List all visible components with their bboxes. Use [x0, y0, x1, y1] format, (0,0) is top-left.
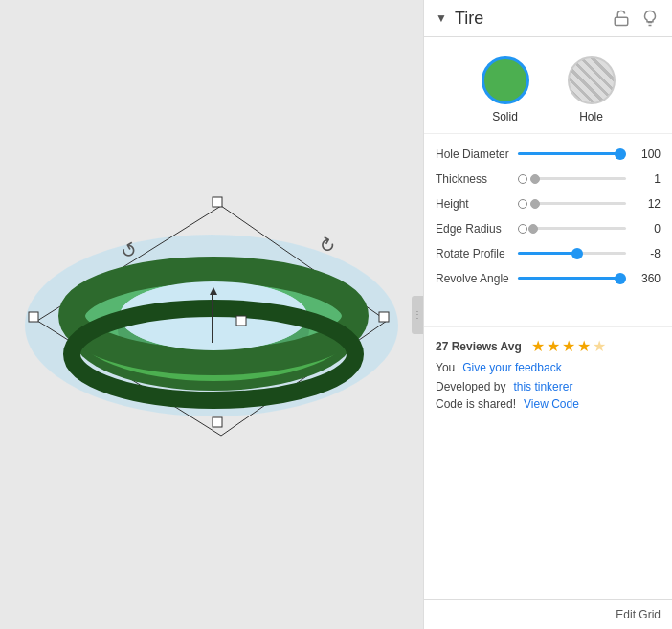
developed-by-label: Developed by	[436, 380, 505, 393]
panel-title: Tire	[455, 9, 603, 29]
svg-rect-18	[236, 316, 246, 326]
star-3: ★	[562, 337, 575, 355]
star-1: ★	[531, 337, 545, 355]
solid-circle	[482, 56, 529, 104]
feedback-row: You Give your feedback	[436, 361, 661, 374]
star-5: ★	[593, 337, 606, 355]
panel-icons	[611, 8, 661, 29]
stars-container: ★ ★ ★ ★ ★	[531, 337, 606, 355]
slider-row-thickness: Thickness 1	[436, 167, 661, 191]
slider-row-hole-diameter: Hole Diameter 100	[436, 142, 661, 167]
panel-header: ▼ Tire	[424, 0, 672, 37]
slider-label-height: Height	[436, 197, 512, 211]
slider-label-rotate-profile: Rotate Profile	[436, 247, 512, 260]
feedback-you-label: You	[436, 361, 455, 374]
slider-value-revolve-angle: 360	[632, 272, 661, 285]
slider-track-revolve-angle[interactable]	[518, 277, 626, 281]
reviews-section: 27 Reviews Avg ★ ★ ★ ★ ★ You Give your f…	[424, 326, 672, 422]
slider-value-edge-radius: 0	[632, 222, 661, 236]
slider-value-rotate-profile: -8	[632, 247, 661, 260]
solid-label: Solid	[492, 110, 518, 124]
sliders-section: Hole Diameter 100 Thickness 1 Height	[424, 134, 672, 326]
slider-label-edge-radius: Edge Radius	[436, 222, 512, 236]
slider-dot-height	[518, 199, 527, 209]
svg-rect-5	[213, 417, 222, 427]
hole-circle	[568, 56, 616, 104]
dev-row: Developed by this tinkerer	[436, 380, 661, 393]
svg-rect-19	[615, 17, 628, 25]
developer-link[interactable]: this tinkerer	[513, 380, 572, 393]
slider-label-thickness: Thickness	[436, 172, 512, 186]
hole-shape-option[interactable]: Hole	[568, 56, 616, 124]
lock-icon[interactable]	[611, 8, 632, 29]
slider-value-hole-diameter: 100	[632, 147, 661, 161]
code-shared-label: Code is shared!	[436, 397, 516, 411]
bottom-bar: Edit Grid	[424, 599, 672, 629]
slider-row-revolve-angle: Revolve Angle 360	[436, 266, 661, 291]
slider-row-height: Height 12	[436, 191, 661, 216]
shape-selector: Solid Hole	[424, 37, 672, 134]
canvas-area[interactable]: ↺ ↻ ⋮	[0, 0, 423, 629]
svg-rect-3	[213, 197, 222, 207]
edit-grid-button[interactable]: Edit Grid	[616, 608, 661, 621]
solid-shape-option[interactable]: Solid	[482, 56, 529, 124]
hole-label: Hole	[579, 110, 603, 124]
slider-track-height[interactable]	[533, 202, 626, 206]
right-panel: ▼ Tire Solid Hole	[423, 0, 672, 629]
slider-value-height: 12	[632, 197, 661, 211]
slider-track-edge-radius[interactable]	[533, 227, 626, 231]
svg-rect-2	[29, 312, 38, 322]
slider-label-hole-diameter: Hole Diameter	[436, 147, 512, 161]
star-4: ★	[577, 337, 591, 355]
svg-rect-4	[379, 312, 389, 322]
slider-track-hole-diameter[interactable]	[518, 152, 626, 156]
view-code-link[interactable]: View Code	[524, 397, 579, 411]
panel-collapse-btn[interactable]: ▼	[436, 11, 447, 25]
canvas-svg: ↺ ↻	[0, 0, 423, 629]
reviews-count: 27 Reviews Avg	[436, 340, 522, 353]
feedback-link[interactable]: Give your feedback	[462, 361, 561, 374]
star-2: ★	[547, 337, 560, 355]
slider-value-thickness: 1	[632, 172, 661, 186]
slider-track-rotate-profile[interactable]	[518, 252, 626, 256]
svg-rect-17	[212, 295, 213, 343]
code-row: Code is shared! View Code	[436, 397, 661, 411]
slider-dot-thickness	[518, 174, 527, 184]
slider-track-thickness[interactable]	[533, 177, 626, 181]
slider-row-edge-radius: Edge Radius 0	[436, 216, 661, 241]
reviews-row: 27 Reviews Avg ★ ★ ★ ★ ★	[436, 337, 661, 355]
slider-row-rotate-profile: Rotate Profile -8	[436, 241, 661, 266]
slider-label-revolve-angle: Revolve Angle	[436, 272, 512, 285]
side-handle[interactable]: ⋮	[412, 296, 423, 334]
slider-dot-edge-radius	[518, 224, 527, 234]
bulb-icon[interactable]	[639, 8, 661, 29]
